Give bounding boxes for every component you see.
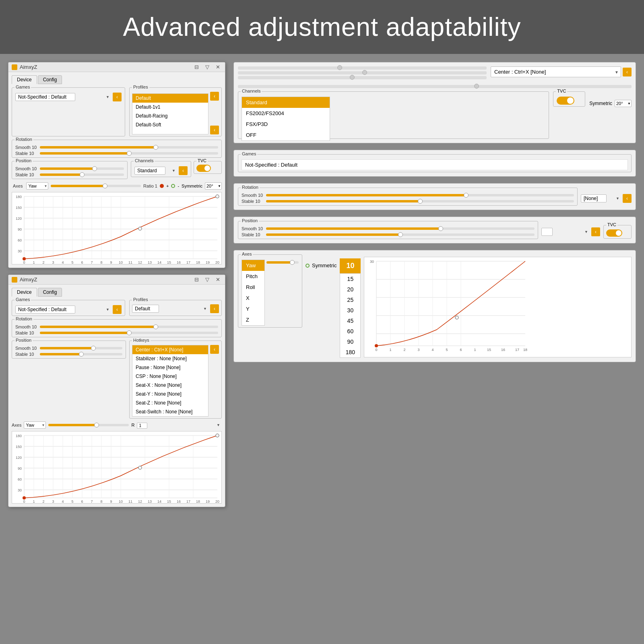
channels-option-fsx[interactable]: FSX/P3D xyxy=(242,119,330,130)
profile-item-soft[interactable]: Default-Soft xyxy=(132,120,208,129)
tvc-toggle-1[interactable] xyxy=(196,165,211,172)
axis-slider-right[interactable] xyxy=(266,261,299,264)
svg-text:10: 10 xyxy=(119,260,123,264)
profile-item-racing[interactable]: Default-Racing xyxy=(132,111,208,120)
hotkey-center[interactable]: Center : Ctrl+X [None] xyxy=(132,345,208,354)
minimize-btn-1[interactable]: ⊟ xyxy=(193,64,200,70)
axis-y[interactable]: Y xyxy=(242,303,264,314)
tvc-knob-1 xyxy=(204,165,210,171)
top-slider-3[interactable] xyxy=(238,76,487,79)
position-stable-slider-1[interactable] xyxy=(40,173,124,176)
hotkeys-arrow-btn[interactable]: ‹ xyxy=(210,345,219,354)
num-item-60[interactable]: 60 xyxy=(340,326,360,336)
page-header: Advanced adjustment adaptability xyxy=(0,0,644,54)
tab-config-1[interactable]: Config xyxy=(38,75,62,84)
profile-arrow-btn-2[interactable]: ‹ xyxy=(210,126,219,134)
position-stable-slider-2[interactable] xyxy=(40,353,122,355)
window-controls-1[interactable]: ⊟ ▽ ✕ xyxy=(193,64,222,70)
num-item-180[interactable]: 180 xyxy=(340,347,360,357)
axes-dropdown-2[interactable]: Yaw xyxy=(24,421,46,429)
minimize-btn-2[interactable]: ⊟ xyxy=(193,277,200,283)
channels-option-off[interactable]: OFF xyxy=(242,130,330,140)
games-dropdown-2[interactable]: Not-Specified : Default xyxy=(15,305,75,314)
tab-config-2[interactable]: Config xyxy=(38,288,62,297)
position-smooth-slider-2[interactable] xyxy=(40,347,122,349)
rotation-smooth-slider-1[interactable] xyxy=(40,146,218,149)
num-item-30[interactable]: 30 xyxy=(340,305,360,316)
channels-dropdown-1[interactable]: Standard xyxy=(134,167,165,175)
hotkey-pause[interactable]: Pause : None [None] xyxy=(132,363,208,372)
hotkey-seat-x[interactable]: Seat-X : None [None] xyxy=(132,381,208,390)
hotkey-seat-switch[interactable]: Seat-Switch : None [None] xyxy=(132,407,208,416)
right-top-dropdown-area: Center : Ctrl+X [None] ‹ xyxy=(491,66,632,79)
axes-r-dropdown-2[interactable]: 1 xyxy=(137,423,147,429)
rotation-stable-slider-1[interactable] xyxy=(40,152,218,155)
num-item-90[interactable]: 90 xyxy=(340,336,360,347)
hotkey-stabilizer[interactable]: Stabilizer : None [None] xyxy=(132,354,208,363)
rotation-stable-slider-2[interactable] xyxy=(40,332,218,334)
tvc-toggle-right[interactable] xyxy=(557,97,574,105)
degrees-dropdown-1[interactable]: 20° xyxy=(205,182,222,190)
degrees-wrapper-1: 20° xyxy=(205,182,222,190)
hotkey-seat-z[interactable]: Seat-Z : None [None] xyxy=(132,398,208,407)
top-slider-4[interactable] xyxy=(238,85,632,88)
top-slider-2[interactable] xyxy=(238,71,487,74)
rotation-smooth-row-1: Smooth 10 xyxy=(15,145,218,150)
rotation-stable-slider-right[interactable] xyxy=(266,200,574,202)
num-item-45[interactable]: 45 xyxy=(340,316,360,326)
axes-slider-1[interactable] xyxy=(51,185,141,187)
axis-pitch[interactable]: Pitch xyxy=(242,271,264,282)
channels-option-fs2002[interactable]: FS2002/FS2004 xyxy=(242,108,330,119)
svg-text:60: 60 xyxy=(18,238,22,242)
channels-arrow-btn-1[interactable]: ‹ xyxy=(179,166,188,175)
games-arrow-btn-1[interactable]: ‹ xyxy=(113,93,122,101)
dot-plus-1 xyxy=(160,184,164,188)
axis-x[interactable]: X xyxy=(242,293,264,303)
games-arrow-btn-2[interactable]: ‹ xyxy=(113,305,122,314)
axes-dropdown-1[interactable]: Yaw xyxy=(26,182,48,190)
profile-item-1v1[interactable]: Default-1v1 xyxy=(132,103,208,111)
position-dropdown-right[interactable] xyxy=(541,228,553,236)
hotkey-seat-y[interactable]: Seat-Y : None [None] xyxy=(132,390,208,398)
profile-arrow-btn-1[interactable]: ‹ xyxy=(210,92,219,101)
axes-slider-2[interactable] xyxy=(48,424,129,426)
position-arrow-btn-right[interactable]: ‹ xyxy=(591,227,600,236)
profile-item-default[interactable]: Default xyxy=(132,94,208,103)
rotation-smooth-slider-right[interactable] xyxy=(266,194,574,196)
none-arrow-btn-right[interactable]: ‹ xyxy=(623,194,632,203)
position-smooth-slider-right[interactable] xyxy=(266,227,535,230)
num-item-20[interactable]: 20 xyxy=(340,284,360,295)
axis-z[interactable]: Z xyxy=(242,314,264,325)
position-smooth-slider-1[interactable] xyxy=(40,167,124,170)
profiles-arrow-btn-2[interactable]: ‹ xyxy=(210,304,219,313)
axis-yaw[interactable]: Yaw xyxy=(242,260,264,271)
profiles-dropdown-2[interactable]: Default xyxy=(132,305,159,313)
window-controls-2[interactable]: ⊟ ▽ ✕ xyxy=(193,277,222,283)
games-dropdown-1[interactable]: Not-Specified : Default xyxy=(15,93,75,101)
tab-bar-2: Device Config xyxy=(12,288,222,297)
svg-point-72 xyxy=(23,496,26,500)
channels-option-standard[interactable]: Standard xyxy=(242,97,330,108)
svg-text:9: 9 xyxy=(110,500,112,503)
degrees-dropdown-right[interactable]: 20° xyxy=(615,100,632,107)
top-slider-1[interactable] xyxy=(238,66,487,70)
num-item-25[interactable]: 25 xyxy=(340,295,360,305)
maximize-btn-1[interactable]: ▽ xyxy=(204,64,211,70)
num-selected-10[interactable]: 10 xyxy=(340,258,361,273)
tab-device-1[interactable]: Device xyxy=(12,75,37,84)
center-dropdown-arrow[interactable]: ‹ xyxy=(623,68,632,76)
svg-text:8: 8 xyxy=(100,260,102,264)
position-stable-slider-right[interactable] xyxy=(266,233,535,236)
close-btn-1[interactable]: ✕ xyxy=(214,64,222,70)
tvc-toggle-right-2[interactable] xyxy=(606,229,622,237)
axis-roll[interactable]: Roll xyxy=(242,282,264,293)
rotation-smooth-slider-2[interactable] xyxy=(40,326,218,328)
num-item-15[interactable]: 15 xyxy=(340,274,360,284)
rotation-section-right: Rotation Smooth 10 Stable 10 xyxy=(238,188,578,206)
hotkey-csp[interactable]: CSP : None [None] xyxy=(132,372,208,381)
none-dropdown-right[interactable]: [None] xyxy=(581,194,607,202)
tab-device-2[interactable]: Device xyxy=(12,288,37,297)
center-hotkey-dropdown[interactable]: Center : Ctrl+X [None] xyxy=(491,66,621,77)
maximize-btn-2[interactable]: ▽ xyxy=(204,277,211,283)
close-btn-2[interactable]: ✕ xyxy=(214,277,222,283)
